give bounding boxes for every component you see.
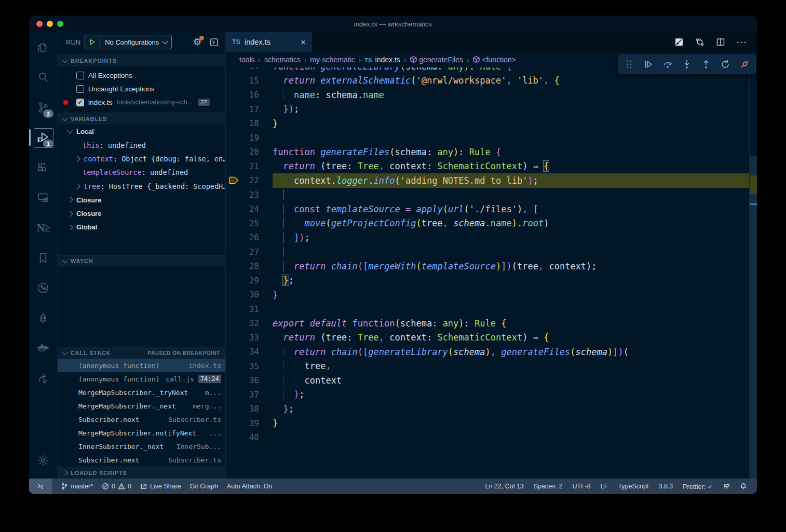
chevron-right-icon[interactable] xyxy=(67,224,73,230)
sidebar-item-todo-tree[interactable] xyxy=(29,303,57,333)
code-line[interactable]: 29 }; xyxy=(226,274,750,288)
breadcrumb-item-symbol[interactable]: <function> xyxy=(472,56,516,64)
gutter[interactable] xyxy=(226,302,241,317)
prettier-status[interactable]: Prettier: ✓ xyxy=(683,483,713,490)
watch-section-header[interactable]: WATCH xyxy=(58,255,225,267)
manage-button[interactable] xyxy=(29,445,57,475)
code-line[interactable]: 17 }); xyxy=(226,102,750,117)
code-line[interactable]: 20function generateFiles(schema: any): R… xyxy=(226,145,750,159)
encoding-status[interactable]: UTF-8 xyxy=(572,483,590,490)
problems-status[interactable]: 0 0 xyxy=(102,483,131,490)
call-stack-section-header[interactable]: CALL STACK PAUSED ON BREAKPOINT xyxy=(58,347,225,359)
start-debug-button[interactable] xyxy=(85,35,100,49)
breadcrumb-item-symbol[interactable]: generateFiles xyxy=(410,56,463,64)
gutter[interactable] xyxy=(226,359,241,374)
code-line[interactable]: 34 return chain([generateLibrary(schema)… xyxy=(226,345,750,359)
live-share-status[interactable]: Live Share xyxy=(140,483,181,490)
editor-scrollbar[interactable] xyxy=(749,52,757,479)
gutter[interactable] xyxy=(226,416,241,431)
close-tab-icon[interactable]: × xyxy=(301,38,306,47)
code-line[interactable]: 16 name: schema.name xyxy=(226,88,750,102)
code-line[interactable]: 26 ]); xyxy=(226,230,750,245)
code-line[interactable]: 40 xyxy=(226,430,750,445)
chevron-right-icon[interactable] xyxy=(67,197,73,202)
code-line[interactable]: 25 move(getProjectConfig(tree, schema.na… xyxy=(226,216,750,231)
sidebar-item-bookmarks[interactable] xyxy=(29,243,57,273)
call-stack-frame[interactable]: MergeMapSubscriber.notifyNext... xyxy=(58,426,225,440)
gutter[interactable] xyxy=(226,88,241,102)
toolbar-drag-handle[interactable] xyxy=(621,57,637,72)
chevron-right-icon[interactable] xyxy=(74,156,80,161)
call-stack-frame[interactable]: (anonymous function)index.ts xyxy=(58,359,225,372)
gutter[interactable] xyxy=(226,173,241,188)
breakpoint-uncaught-exceptions[interactable]: Uncaught Exceptions xyxy=(58,82,225,96)
code-line[interactable]: 23 xyxy=(226,188,750,202)
open-changes-icon[interactable] xyxy=(674,37,684,47)
gutter[interactable] xyxy=(226,159,241,174)
tab-index-ts[interactable]: TS index.ts × xyxy=(226,32,312,52)
gutter[interactable] xyxy=(226,345,241,359)
code-line[interactable]: 38 }; xyxy=(226,402,750,416)
breadcrumb-item[interactable]: my-schematic xyxy=(310,56,355,64)
gutter[interactable] xyxy=(226,430,241,445)
minimize-window-icon[interactable] xyxy=(47,21,53,27)
gutter[interactable] xyxy=(226,288,241,302)
code-line[interactable]: 24 const templateSource = apply(url('./f… xyxy=(226,202,750,216)
gutter[interactable] xyxy=(226,202,241,216)
step-over-button[interactable] xyxy=(660,57,675,72)
variable-row[interactable]: templateSource: undefined xyxy=(58,166,225,179)
code-line[interactable]: 19 xyxy=(226,131,750,145)
debug-console-button[interactable] xyxy=(208,36,220,48)
variable-scope-row[interactable]: Closure xyxy=(58,207,225,220)
variable-scope-row[interactable]: Local xyxy=(58,125,225,138)
variable-row[interactable]: tree: HostTree {_backend: ScopedH… xyxy=(58,180,225,193)
gutter[interactable] xyxy=(226,188,241,202)
sidebar-item-live-share[interactable] xyxy=(29,363,57,393)
auto-attach-status[interactable]: Auto Attach: On xyxy=(227,483,273,490)
breakpoints-section-header[interactable]: BREAKPOINTS xyxy=(58,54,225,66)
breadcrumb-item-file[interactable]: TS index.ts xyxy=(364,56,400,64)
gutter[interactable] xyxy=(226,316,241,331)
call-stack-frame[interactable]: Subscriber.nextSubscriber.ts xyxy=(58,413,225,426)
code-line[interactable]: 33 return (tree: Tree, context: Schemati… xyxy=(226,331,750,345)
code-line[interactable]: 36 context xyxy=(226,373,750,388)
code-line[interactable]: 21 return (tree: Tree, context: Schemati… xyxy=(226,159,750,174)
remote-indicator[interactable] xyxy=(29,479,52,494)
continue-button[interactable] xyxy=(641,57,656,72)
ts-version-status[interactable]: 3.8.3 xyxy=(658,483,673,490)
code-line[interactable]: 22 context.logger.info('adding NOTES.md … xyxy=(226,173,750,188)
gutter[interactable] xyxy=(226,331,241,345)
gutter[interactable] xyxy=(226,216,241,231)
code-line[interactable]: 32export default function(schema: any): … xyxy=(226,316,750,331)
sidebar-item-run-debug[interactable]: 1 xyxy=(29,122,57,153)
gutter[interactable] xyxy=(226,388,241,402)
sidebar-item-docker[interactable] xyxy=(29,333,57,363)
restart-button[interactable] xyxy=(717,57,733,72)
gutter[interactable] xyxy=(226,274,241,288)
breakpoint-all-exceptions[interactable]: All Exceptions xyxy=(58,69,225,82)
code-line[interactable]: 28 return chain([mergeWith(templateSourc… xyxy=(226,259,750,274)
loaded-scripts-section-header[interactable]: LOADED SCRIPTS xyxy=(58,467,225,479)
chevron-right-icon[interactable] xyxy=(74,183,80,189)
sidebar-item-extensions[interactable] xyxy=(29,153,57,183)
step-into-button[interactable] xyxy=(679,57,695,72)
code-line[interactable]: 35 tree, xyxy=(226,359,750,374)
sidebar-item-explorer[interactable] xyxy=(29,32,57,62)
call-stack-frame[interactable]: InnerSubscriber._nextInnerSub... xyxy=(58,440,225,453)
git-graph-status[interactable]: Git Graph xyxy=(190,483,218,490)
breadcrumb-item[interactable]: tools xyxy=(239,56,255,64)
code-line[interactable]: 18} xyxy=(226,116,750,131)
sidebar-item-search[interactable] xyxy=(29,62,57,92)
breakpoint-index-ts[interactable]: ✓ index.ts tools/schematics/my-sch... 22 xyxy=(58,96,225,109)
chevron-down-icon[interactable] xyxy=(67,128,73,133)
git-branch-status[interactable]: master* xyxy=(61,483,93,490)
launch-configuration-dropdown[interactable]: No Configurations xyxy=(85,35,172,49)
call-stack-frame[interactable]: Subscriber.nextSubscriber.ts xyxy=(58,453,225,467)
eol-status[interactable]: LF xyxy=(601,483,608,490)
gutter[interactable] xyxy=(226,74,241,88)
variable-scope-row[interactable]: Closure xyxy=(58,193,225,207)
gutter[interactable] xyxy=(226,131,241,145)
code-line[interactable]: 15 return externalSchematic('@nrwl/works… xyxy=(226,74,750,88)
variable-row[interactable]: this: undefined xyxy=(58,138,225,152)
zoom-window-icon[interactable] xyxy=(57,21,63,27)
